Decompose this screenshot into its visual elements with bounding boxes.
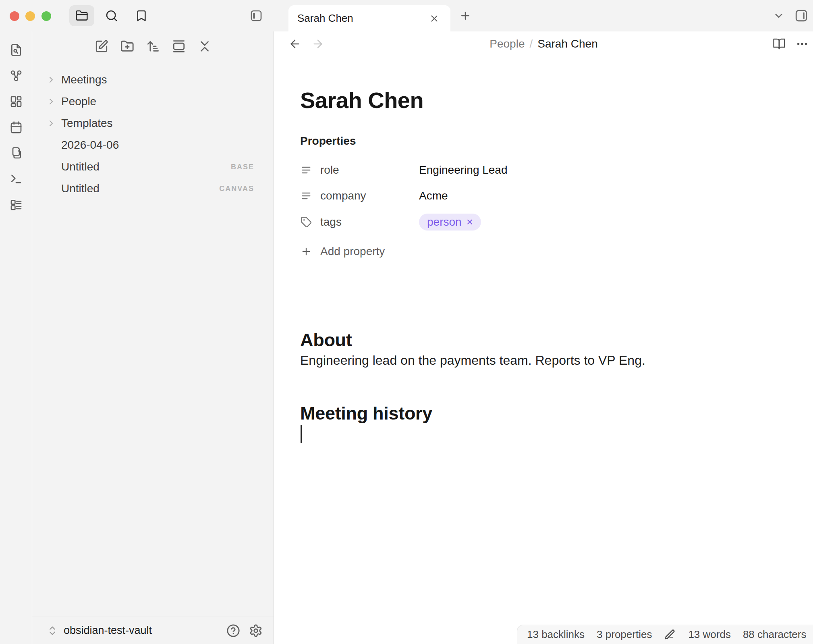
note-title[interactable]: Sarah Chen	[300, 87, 423, 113]
layout-icon[interactable]	[172, 39, 186, 53]
about-body-text[interactable]: Engineering lead on the payments team. R…	[300, 353, 645, 368]
plus-icon	[300, 245, 312, 258]
breadcrumb-separator: /	[529, 37, 533, 50]
vault-switcher-row: obsidian-test-vault	[32, 617, 274, 644]
tree-folder-people[interactable]: People	[32, 91, 274, 112]
tag-icon	[300, 216, 312, 228]
backlinks-count[interactable]: 13 backlinks	[527, 628, 585, 641]
tree-label: 2026-04-06	[61, 139, 254, 152]
tree-label: Templates	[61, 117, 254, 130]
chevron-right-icon	[46, 96, 56, 107]
copy-icon[interactable]	[9, 146, 23, 160]
tab-list-button[interactable]	[766, 5, 791, 26]
list-details-icon[interactable]	[9, 197, 23, 212]
tree-file-daily-note[interactable]: 2026-04-06	[32, 134, 274, 156]
vault-switcher[interactable]: obsidian-test-vault	[47, 624, 152, 637]
tree-folder-meetings[interactable]: Meetings	[32, 69, 274, 91]
tree-file-untitled-canvas[interactable]: Untitled CANVAS	[32, 178, 274, 199]
chevrons-up-down-icon	[47, 625, 58, 636]
status-bar: 13 backlinks 3 properties 13 words 88 ch…	[517, 625, 813, 644]
more-options-button[interactable]	[793, 35, 811, 53]
file-type-badge: CANVAS	[219, 185, 254, 193]
add-property-button[interactable]: Add property	[300, 242, 385, 261]
bookmarks-view-button[interactable]	[129, 5, 154, 26]
close-window-button[interactable]	[10, 11, 19, 21]
search-icon	[105, 9, 118, 22]
vault-name: obsidian-test-vault	[64, 624, 152, 637]
file-explorer-toolbar	[32, 39, 274, 53]
breadcrumb-parent[interactable]: People	[489, 37, 525, 50]
text-cursor	[301, 425, 302, 443]
files-view-button[interactable]	[69, 5, 94, 26]
tree-folder-templates[interactable]: Templates	[32, 112, 274, 134]
chevron-down-icon	[773, 10, 785, 22]
tab-title: Sarah Chen	[297, 12, 427, 25]
breadcrumb: People / Sarah Chen	[274, 31, 813, 56]
graph-icon[interactable]	[9, 69, 23, 83]
section-heading-meeting-history[interactable]: Meeting history	[300, 403, 432, 424]
breadcrumb-current[interactable]: Sarah Chen	[537, 37, 597, 50]
property-value[interactable]: Acme	[419, 189, 448, 202]
tag-remove-icon[interactable]: ×	[467, 216, 473, 228]
zoom-window-button[interactable]	[41, 11, 51, 21]
word-count[interactable]: 13 words	[688, 628, 731, 641]
tag-label: person	[427, 216, 462, 229]
plus-icon	[459, 10, 471, 22]
file-tree: Meetings People Templates 2026-04-06	[32, 69, 274, 199]
tag-pill-person[interactable]: person ×	[419, 214, 481, 231]
tree-label: Untitled	[61, 160, 231, 173]
properties-heading[interactable]: Properties	[300, 135, 356, 147]
sort-order-icon[interactable]	[146, 39, 160, 53]
property-row-company: company Acme	[300, 185, 743, 207]
property-value[interactable]: Engineering Lead	[419, 164, 508, 177]
folder-icon	[75, 9, 88, 22]
character-count[interactable]: 88 characters	[743, 628, 807, 641]
property-row-tags: tags person ×	[300, 211, 743, 233]
obsidian-window: Sarah Chen	[0, 0, 813, 644]
toggle-left-sidebar-button[interactable]	[244, 5, 269, 26]
tree-label: Meetings	[61, 73, 254, 86]
properties-count[interactable]: 3 properties	[597, 628, 652, 641]
add-property-label: Add property	[320, 245, 385, 258]
property-value: person ×	[419, 214, 481, 231]
file-search-icon[interactable]	[9, 43, 23, 57]
editor-pane: People / Sarah Chen Sarah Chen Propertie…	[274, 31, 813, 644]
tree-label: Untitled	[61, 182, 219, 195]
view-header: People / Sarah Chen	[274, 31, 813, 56]
tree-label: People	[61, 95, 254, 108]
file-type-badge: BASE	[231, 163, 254, 171]
text-property-icon	[300, 190, 312, 202]
collapse-all-icon[interactable]	[198, 39, 212, 53]
text-property-icon	[300, 164, 312, 176]
reading-view-button[interactable]	[770, 35, 788, 53]
new-note-icon[interactable]	[95, 39, 108, 53]
tab-sarah-chen[interactable]: Sarah Chen	[288, 5, 450, 31]
new-tab-button[interactable]	[453, 5, 478, 26]
tab-close-button[interactable]	[427, 11, 442, 26]
settings-button[interactable]	[248, 623, 264, 639]
toggle-right-sidebar-button[interactable]	[789, 5, 813, 26]
file-explorer: Meetings People Templates 2026-04-06	[32, 31, 274, 644]
edit-mode-pencil-icon[interactable]	[664, 628, 676, 641]
property-row-role: role Engineering Lead	[300, 159, 743, 181]
property-key[interactable]: company	[320, 189, 419, 202]
minimize-window-button[interactable]	[25, 11, 35, 21]
tree-file-untitled-base[interactable]: Untitled BASE	[32, 156, 274, 178]
terminal-icon[interactable]	[9, 172, 23, 186]
property-key[interactable]: role	[320, 164, 419, 177]
property-key[interactable]: tags	[320, 216, 419, 229]
new-folder-icon[interactable]	[120, 39, 134, 53]
section-heading-about[interactable]: About	[300, 330, 352, 351]
search-view-button[interactable]	[99, 5, 124, 26]
ribbon	[0, 31, 32, 644]
bookmark-icon	[135, 9, 148, 22]
panel-left-icon	[250, 9, 263, 22]
panel-right-icon	[794, 9, 808, 23]
titlebar: Sarah Chen	[0, 0, 813, 31]
chevron-right-icon	[46, 75, 56, 85]
dashboard-icon[interactable]	[9, 94, 23, 109]
calendar-icon[interactable]	[9, 120, 23, 135]
help-button[interactable]	[225, 623, 241, 639]
chevron-right-icon	[46, 118, 56, 129]
